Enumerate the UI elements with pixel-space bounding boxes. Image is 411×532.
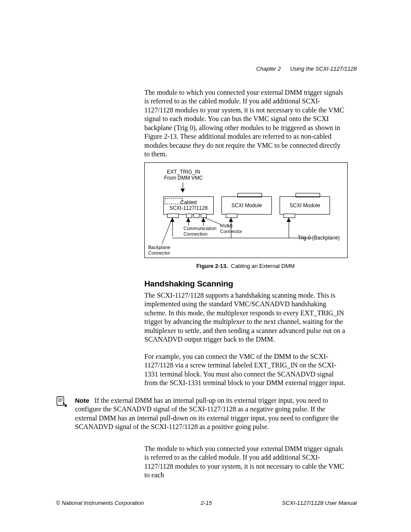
note-label: Note bbox=[75, 397, 89, 404]
callout-line bbox=[160, 217, 175, 245]
paragraph-cabled-repeat: The module to which you connected your e… bbox=[144, 445, 347, 480]
svg-line-1 bbox=[162, 217, 173, 244]
bottom-connector bbox=[186, 214, 192, 218]
footer-manual-title: SCXI-1127/1128 User Manual bbox=[282, 500, 357, 506]
paragraph-handshake-1: The SCXI-1127/1128 supports a handshakin… bbox=[144, 291, 347, 344]
chapter-title: Using the SCXI-1127/1128 bbox=[290, 65, 357, 72]
chapter-number: Chapter 2 bbox=[256, 65, 281, 72]
note-icon bbox=[55, 395, 67, 408]
note-text: If the external DMM has an internal pull… bbox=[75, 397, 339, 430]
paragraph-intro: The module to which you connected your e… bbox=[144, 88, 347, 159]
dashed-region bbox=[165, 198, 183, 204]
backplane-line bbox=[172, 238, 313, 238]
module-scxi-2: SCXI Module bbox=[280, 196, 330, 215]
arrow-down-icon bbox=[181, 189, 185, 193]
hvab-label: HVAB Connector bbox=[220, 223, 246, 234]
callout-line bbox=[203, 217, 223, 226]
heading-handshaking: Handshaking Scanning bbox=[144, 279, 233, 289]
arrow-up-icon bbox=[286, 218, 291, 222]
ext-trig-label: EXT_TRIG_IN From DMM VMC bbox=[158, 169, 209, 181]
note-block: Note If the external DMM has an internal… bbox=[75, 396, 346, 432]
module-scxi-1: SCXI Module bbox=[221, 196, 272, 215]
bottom-connector bbox=[193, 214, 199, 218]
svg-rect-2 bbox=[57, 397, 64, 405]
paragraph-handshake-2: For example, you can connect the VMC of … bbox=[144, 352, 347, 388]
arrow-line bbox=[183, 182, 183, 189]
comm-conn-label: Communication Connection bbox=[184, 226, 222, 236]
figure-2-13: EXT_TRIG_IN From DMM VMC Cabled SCXI-112… bbox=[144, 162, 348, 258]
backplane-conn-label: Backplane Connector bbox=[148, 245, 178, 255]
page-header: Chapter 2 Using the SCXI-1127/1128 bbox=[256, 65, 357, 72]
figure-caption: Figure 2-13. Cabling an External DMM bbox=[144, 263, 347, 269]
figure-number: Figure 2-13. bbox=[196, 263, 228, 269]
arrow-up-icon bbox=[186, 218, 190, 222]
bottom-connector bbox=[283, 214, 295, 218]
trig0-label: Trig 0 (Backplane) bbox=[298, 235, 345, 241]
figure-caption-text: Cabling an External DMM bbox=[231, 263, 295, 269]
arrow-up-icon bbox=[229, 218, 233, 222]
svg-line-0 bbox=[203, 217, 221, 225]
bottom-connector bbox=[226, 214, 237, 218]
